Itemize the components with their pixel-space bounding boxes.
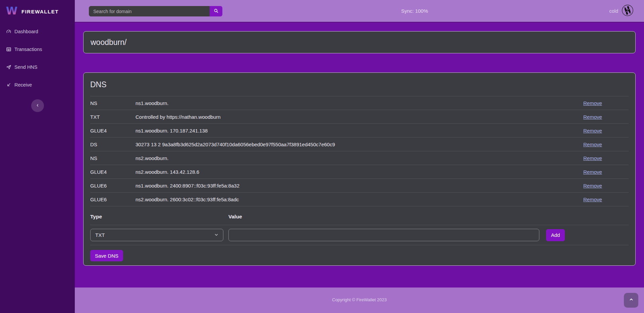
transactions-icon xyxy=(6,47,11,52)
dashboard-icon xyxy=(6,29,11,34)
firewallet-w-logo: W xyxy=(5,4,18,18)
remove-record-link[interactable]: Remove xyxy=(583,142,602,147)
dns-record-row: NS ns1.woodburn. Remove xyxy=(90,96,629,110)
dns-record-type: GLUE6 xyxy=(90,183,136,189)
dns-records-table: NS ns1.woodburn. Remove TXT Controlled b… xyxy=(90,96,629,206)
dns-record-type: TXT xyxy=(90,114,136,120)
remove-record-link[interactable]: Remove xyxy=(583,100,602,106)
search-icon xyxy=(214,8,219,14)
chevron-up-icon xyxy=(629,297,634,303)
sidebar-item-label: Receive xyxy=(14,82,32,88)
dns-record-type: GLUE4 xyxy=(90,128,136,134)
sidebar-item-receive[interactable]: Receive xyxy=(0,78,75,92)
dns-form-header: Type Value xyxy=(90,206,629,225)
sidebar-item-send-hns[interactable]: Send HNS xyxy=(0,60,75,74)
dns-record-type: GLUE6 xyxy=(90,197,136,202)
scroll-to-top-button[interactable] xyxy=(624,293,638,308)
sidebar-nav: Dashboard Transactions Send HNS Receive xyxy=(0,25,75,92)
footer: Copyright © FireWallet 2023 xyxy=(75,288,644,313)
firewallet-app: W FIREWALLET Dashboard Transactions xyxy=(0,0,644,313)
dns-record-row: GLUE6 ns1.woodburn. 2400:8907::f03c:93ff… xyxy=(90,178,629,192)
dns-value-input[interactable] xyxy=(228,229,539,241)
wallet-indicator[interactable]: cold xyxy=(609,0,634,22)
remove-record-link[interactable]: Remove xyxy=(583,169,602,175)
remove-record-link[interactable]: Remove xyxy=(583,114,602,120)
handshake-icon xyxy=(621,4,634,18)
brand-name: FIREWALLET xyxy=(21,9,59,14)
dns-record-value: ns2.woodburn. 143.42.128.6 xyxy=(136,169,583,175)
dns-add-cell: Add xyxy=(546,229,629,241)
type-column-header: Type xyxy=(90,214,228,220)
dns-record-type: NS xyxy=(90,155,136,161)
dns-type-select-wrap: TXT xyxy=(90,229,223,241)
chevron-left-icon xyxy=(36,103,40,109)
sidebar-item-label: Send HNS xyxy=(14,64,38,70)
dns-type-select[interactable]: TXT xyxy=(90,229,223,241)
receive-icon xyxy=(6,82,11,88)
sidebar-item-label: Transactions xyxy=(14,47,42,52)
dns-record-value: ns1.woodburn. xyxy=(136,100,583,106)
save-dns-button[interactable]: Save DNS xyxy=(90,250,123,261)
dns-record-value: 30273 13 2 9a3a8fb3d625d2a2073d740f10da6… xyxy=(136,142,583,147)
search-button[interactable] xyxy=(210,6,222,16)
dns-record-value: ns2.woodburn. xyxy=(136,155,583,161)
dns-record-type: DS xyxy=(90,142,136,147)
search-input[interactable] xyxy=(89,6,210,16)
dns-record-value: Controlled by https://nathan.woodburn xyxy=(136,114,583,120)
dns-record-row: TXT Controlled by https://nathan.woodbur… xyxy=(90,110,629,123)
top-header: Sync: 100% cold xyxy=(75,0,644,22)
dns-record-row: GLUE4 ns1.woodburn. 170.187.241.138 Remo… xyxy=(90,123,629,137)
main-content: woodburn/ DNS NS ns1.woodburn. Remove TX… xyxy=(75,22,644,288)
dns-value-cell xyxy=(228,229,546,241)
remove-record-link[interactable]: Remove xyxy=(583,155,602,161)
dns-record-row: NS ns2.woodburn. Remove xyxy=(90,151,629,165)
dns-record-row: GLUE4 ns2.woodburn. 143.42.128.6 Remove xyxy=(90,165,629,178)
dns-record-row: DS 30273 13 2 9a3a8fb3d625d2a2073d740f10… xyxy=(90,137,629,151)
dns-card: DNS NS ns1.woodburn. Remove TXT Controll… xyxy=(83,72,636,266)
dns-record-value: ns1.woodburn. 170.187.241.138 xyxy=(136,128,583,134)
dns-record-value: ns2.woodburn. 2600:3c02::f03c:93ff:fe5a:… xyxy=(136,197,583,202)
page-title: woodburn/ xyxy=(91,38,126,47)
dns-record-type: GLUE4 xyxy=(90,169,136,175)
add-record-button[interactable]: Add xyxy=(546,229,565,241)
domain-card: woodburn/ xyxy=(83,31,636,53)
sidebar-collapse-button[interactable] xyxy=(31,99,44,112)
dns-card-title: DNS xyxy=(90,80,629,89)
sidebar-item-transactions[interactable]: Transactions xyxy=(0,43,75,56)
remove-record-link[interactable]: Remove xyxy=(583,183,602,189)
sidebar-item-label: Dashboard xyxy=(14,29,38,34)
send-icon xyxy=(6,64,11,70)
remove-record-link[interactable]: Remove xyxy=(583,128,602,134)
sync-status: Sync: 100% xyxy=(401,0,428,22)
sidebar: W FIREWALLET Dashboard Transactions xyxy=(0,0,75,313)
remove-record-link[interactable]: Remove xyxy=(583,197,602,202)
wallet-name: cold xyxy=(609,8,618,14)
copyright-text: Copyright © FireWallet 2023 xyxy=(75,288,644,302)
dns-record-value: ns1.woodburn. 2400:8907::f03c:93ff:fe5a:… xyxy=(136,183,583,189)
dns-record-type: NS xyxy=(90,100,136,106)
sidebar-item-dashboard[interactable]: Dashboard xyxy=(0,25,75,38)
svg-text:W: W xyxy=(6,5,18,17)
dns-add-row: TXT Add xyxy=(90,225,629,245)
domain-search xyxy=(89,6,222,16)
brand[interactable]: W FIREWALLET xyxy=(0,0,75,19)
value-column-header: Value xyxy=(228,214,546,220)
dns-record-row: GLUE6 ns2.woodburn. 2600:3c02::f03c:93ff… xyxy=(90,192,629,206)
